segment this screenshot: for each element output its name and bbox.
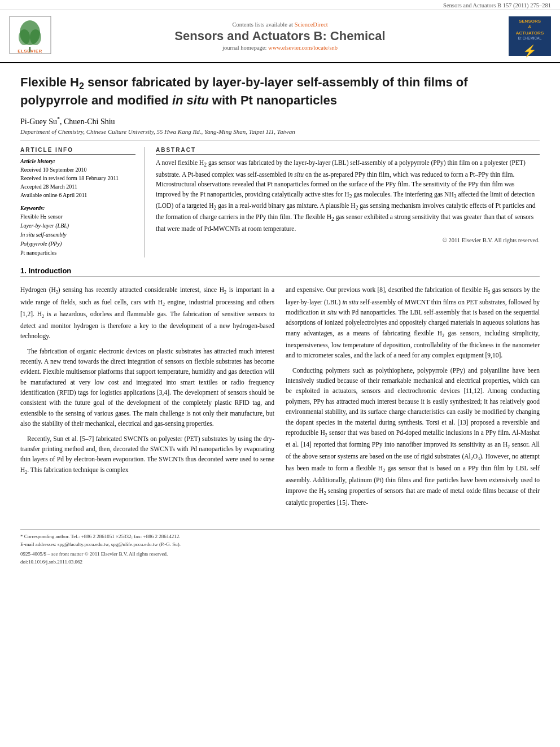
authors: Pi-Guey Su*, Chuen-Chi Shiu <box>20 116 540 126</box>
journal-reference: Sensors and Actuators B 157 (2011) 275–2… <box>0 0 560 10</box>
introduction-heading: 1. Introduction <box>20 267 540 277</box>
introduction-section: 1. Introduction Hydrogen (H2) sensing ha… <box>20 267 540 512</box>
issn-line: 0925-4005/$ – see front matter © 2011 El… <box>20 551 540 558</box>
journal-title: Sensors and Actuators B: Chemical <box>60 29 500 43</box>
svg-point-4 <box>30 29 41 45</box>
homepage-link[interactable]: www.elsevier.com/locate/snb <box>268 45 338 51</box>
intro-para-1: Hydrogen (H2) sensing has recently attra… <box>20 285 274 341</box>
introduction-body: Hydrogen (H2) sensing has recently attra… <box>20 285 540 512</box>
journal-center: Contents lists available at ScienceDirec… <box>60 21 500 51</box>
corresponding-author-note: * Corresponding author. Tel.: +886 2 286… <box>20 533 540 541</box>
intro-left-col: Hydrogen (H2) sensing has recently attra… <box>20 285 274 512</box>
intro-para-3: Recently, Sun et al. [5–7] fabricated SW… <box>20 434 274 477</box>
doi-line: doi:10.1016/j.snb.2011.03.062 <box>20 558 540 566</box>
intro-right-col: and expensive. Our previous work [8], de… <box>286 285 540 512</box>
contents-line: Contents lists available at ScienceDirec… <box>60 21 500 28</box>
intro-right-para-1: and expensive. Our previous work [8], de… <box>286 285 540 360</box>
abstract-text: A novel flexible H2 gas sensor was fabri… <box>156 158 540 234</box>
article-title: Flexible H2 sensor fabricated by layer-b… <box>20 75 540 109</box>
email-note: E-mail addresses: spg@faculty.pccu.edu.t… <box>20 541 540 549</box>
article-info-abstract: ARTICLE INFO Article history: Received 1… <box>20 141 540 257</box>
copyright: © 2011 Elsevier B.V. All rights reserved… <box>156 237 540 243</box>
intro-right-para-2: Conducting polymers such as polythiophen… <box>286 365 540 508</box>
journal-header: ELSEVIER Contents lists available at Sci… <box>0 10 560 63</box>
affiliation: Department of Chemistry, Chinese Culture… <box>20 128 540 135</box>
sensors-actuators-logo: SENSORS&ACTUATORS B: CHEMICAL ⚡ <box>506 16 551 56</box>
article-info-column: ARTICLE INFO Article history: Received 1… <box>20 147 145 257</box>
keywords-section: Keywords: Flexible H₂ sensor Layer-by-la… <box>20 205 135 257</box>
svg-text:ELSEVIER: ELSEVIER <box>18 49 42 54</box>
sciencedirect-link[interactable]: ScienceDirect <box>295 21 328 28</box>
journal-homepage: journal homepage: www.elsevier.com/locat… <box>60 45 500 51</box>
paper-content: Flexible H2 sensor fabricated by layer-b… <box>0 63 560 523</box>
svg-point-3 <box>19 29 30 45</box>
article-history: Article history: Received 10 September 2… <box>20 158 135 199</box>
intro-para-2: The fabrication of organic electronic de… <box>20 346 274 429</box>
elsevier-logo: ELSEVIER <box>9 16 54 56</box>
paper-footer: * Corresponding author. Tel.: +886 2 286… <box>20 529 540 566</box>
abstract-column: ABSTRACT A novel flexible H2 gas sensor … <box>156 147 540 257</box>
abstract-label: ABSTRACT <box>156 147 540 155</box>
article-info-label: ARTICLE INFO <box>20 147 135 155</box>
